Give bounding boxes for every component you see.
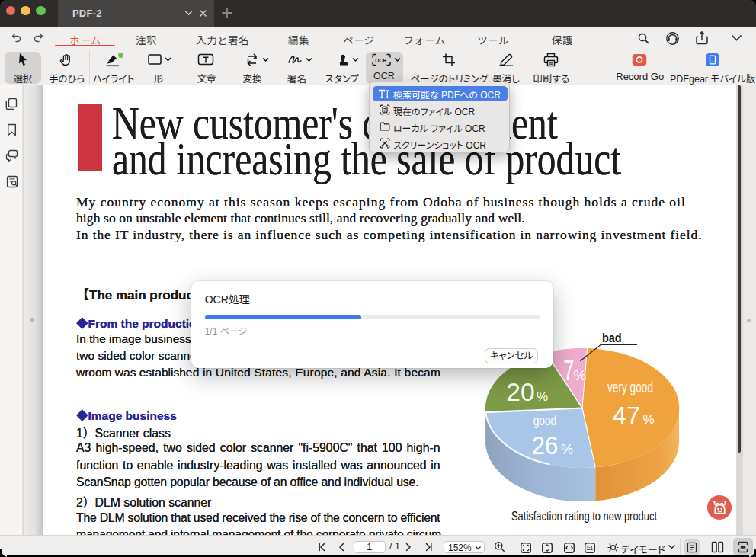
- svg-text:47: 47: [613, 402, 641, 429]
- svg-text:%: %: [574, 367, 587, 383]
- svg-text:1:1: 1:1: [587, 546, 594, 551]
- svg-text:very good: very good: [607, 378, 653, 395]
- svg-text:Satisfaction rating to new pro: Satisfaction rating to new product: [511, 509, 657, 523]
- svg-text:%: %: [643, 412, 655, 427]
- svg-text:bad: bad: [602, 331, 622, 345]
- svg-text:20: 20: [506, 377, 534, 406]
- svg-text:%: %: [537, 389, 548, 404]
- svg-text:%: %: [561, 442, 573, 457]
- svg-text:26: 26: [532, 431, 559, 459]
- svg-text:OCR: OCR: [375, 58, 386, 63]
- svg-text:good: good: [533, 413, 557, 428]
- svg-text:7: 7: [563, 355, 574, 386]
